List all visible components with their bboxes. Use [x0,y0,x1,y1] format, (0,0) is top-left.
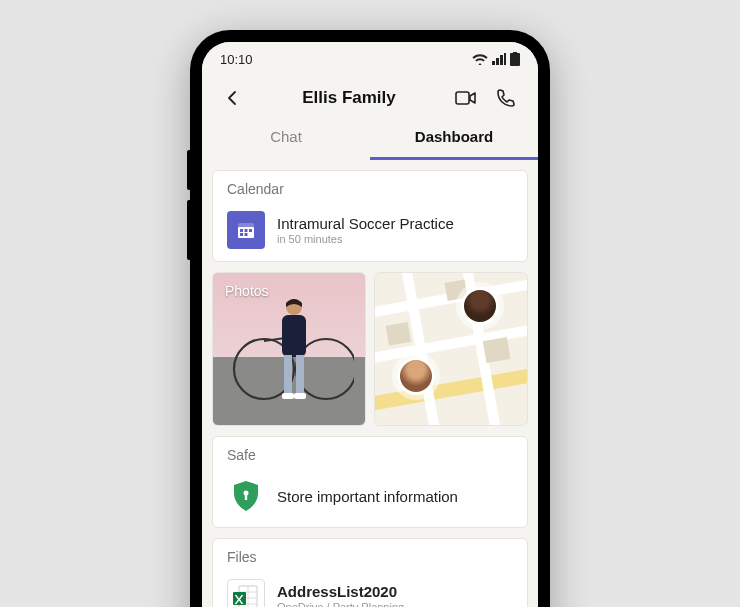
calendar-icon [227,211,265,249]
chat-header: Ellis Family [202,76,538,116]
photos-tile[interactable]: Photos [212,272,366,426]
avatar-pin-2 [397,357,435,395]
wifi-icon [472,53,488,65]
svg-rect-19 [386,322,411,346]
safe-text: Store important information [277,488,458,505]
calendar-card: Calendar Intramural Soccer Practice in 5… [212,170,528,262]
back-button[interactable] [218,83,248,113]
safe-text-container: Store important information [277,488,458,505]
file-name: AddressList2020 [277,583,404,600]
status-bar: 10:10 [202,42,538,76]
svg-rect-16 [282,393,294,399]
header-actions [450,82,522,114]
shield-icon [227,477,265,515]
tab-chat[interactable]: Chat [202,116,370,160]
safe-card: Safe Store important information [212,436,528,528]
svg-rect-0 [456,92,469,104]
audio-call-button[interactable] [490,82,522,114]
file-text: AddressList2020 OneDrive / Party Plannin… [277,583,404,607]
files-card: Files AddressList2020 OneDrive / Party P… [212,538,528,607]
svg-rect-7 [245,233,248,236]
svg-rect-17 [294,393,306,399]
chevron-left-icon [224,89,242,107]
avatar-pin-1 [461,287,499,325]
file-row[interactable]: AddressList2020 OneDrive / Party Plannin… [213,569,527,607]
safe-row[interactable]: Store important information [213,467,527,527]
event-time: in 50 minutes [277,233,454,245]
event-title: Intramural Soccer Practice [277,215,454,232]
signal-icon [492,53,506,65]
video-icon [455,90,477,106]
calendar-event-text: Intramural Soccer Practice in 50 minutes [277,215,454,245]
status-icons [472,52,520,66]
calendar-heading: Calendar [213,171,527,201]
svg-rect-4 [245,229,248,232]
battery-icon [510,52,520,66]
phone-icon [496,88,516,108]
video-call-button[interactable] [450,82,482,114]
svg-rect-2 [238,227,254,238]
svg-rect-14 [284,355,292,393]
svg-rect-5 [249,229,252,232]
dashboard-tabs: Chat Dashboard [202,116,538,160]
svg-rect-21 [483,337,511,363]
excel-file-icon [227,579,265,607]
svg-rect-3 [240,229,243,232]
files-heading: Files [213,539,527,569]
photo-thumbnail [224,297,354,417]
svg-rect-23 [245,494,247,500]
map-background [375,273,527,425]
file-subtitle: OneDrive / Party Planning [277,601,404,607]
location-tile[interactable] [374,272,528,426]
dashboard-content: Calendar Intramural Soccer Practice in 5… [202,160,538,607]
calendar-event[interactable]: Intramural Soccer Practice in 50 minutes [213,201,527,261]
phone-screen: 10:10 Ellis Family Chat [202,42,538,607]
svg-rect-12 [282,315,306,357]
svg-rect-15 [296,355,304,393]
chat-title: Ellis Family [248,88,450,108]
safe-heading: Safe [213,437,527,467]
tab-dashboard[interactable]: Dashboard [370,116,538,160]
svg-rect-6 [240,233,243,236]
phone-frame: 10:10 Ellis Family Chat [190,30,550,607]
status-time: 10:10 [220,52,253,67]
tile-row: Photos [212,272,528,426]
